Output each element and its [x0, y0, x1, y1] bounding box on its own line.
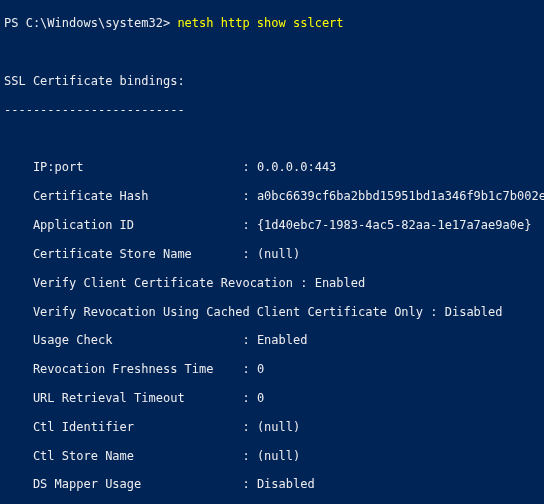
output-divider: -------------------------: [4, 103, 540, 117]
binding-row: DS Mapper Usage : Disabled: [4, 477, 540, 491]
binding-row: Application ID : {1d40ebc7-1983-4ac5-82a…: [4, 218, 540, 232]
output-header: SSL Certificate bindings:: [4, 74, 540, 88]
binding-row: URL Retrieval Timeout : 0: [4, 391, 540, 405]
prompt: PS C:\Windows\system32>: [4, 16, 177, 30]
binding-row: Usage Check : Enabled: [4, 333, 540, 347]
binding-row: Certificate Hash : a0bc6639cf6ba2bbd1595…: [4, 189, 540, 203]
binding-row: Revocation Freshness Time : 0: [4, 362, 540, 376]
command-input: netsh http show sslcert: [177, 16, 343, 30]
binding-row: IP:port : 0.0.0.0:443: [4, 160, 540, 174]
binding-row: Ctl Store Name : (null): [4, 449, 540, 463]
binding-row: Certificate Store Name : (null): [4, 247, 540, 261]
binding-row: Verify Client Certificate Revocation : E…: [4, 276, 540, 290]
binding-row: Ctl Identifier : (null): [4, 420, 540, 434]
powershell-terminal[interactable]: PS C:\Windows\system32> netsh http show …: [0, 0, 544, 504]
binding-row: Verify Revocation Using Cached Client Ce…: [4, 305, 540, 319]
